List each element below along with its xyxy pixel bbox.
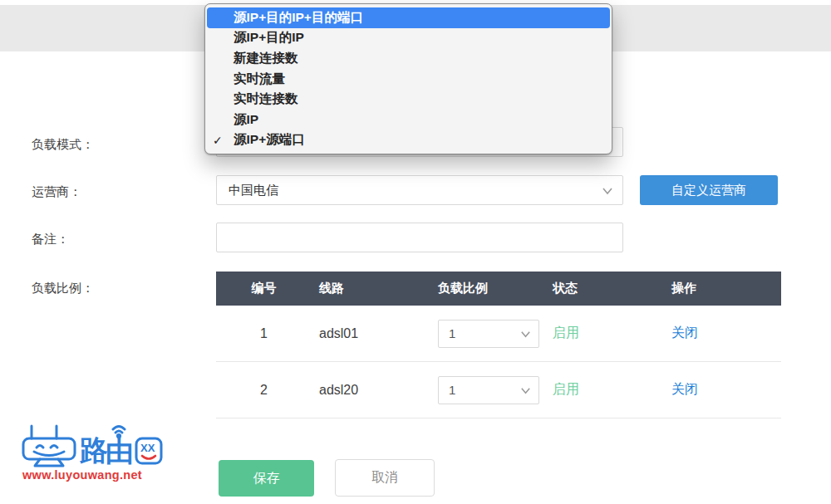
- remark-input[interactable]: [216, 223, 623, 252]
- header-number: 编号: [233, 281, 295, 296]
- menu-item[interactable]: 源IP+目的IP: [207, 28, 610, 49]
- menu-item-label: 源IP+目的IP: [234, 29, 304, 46]
- save-button[interactable]: 保存: [219, 460, 314, 497]
- row-line-name: adsl20: [295, 383, 411, 398]
- chevron-down-icon: [519, 384, 532, 399]
- menu-item[interactable]: ✓ 源IP+源端口: [207, 130, 610, 150]
- header-status: 状态: [553, 281, 669, 296]
- svg-text:由: 由: [106, 435, 134, 467]
- page: 负载模式： 运营商： 中国电信 自定义运营商 备注： 负载比例： 编号 线路 负…: [0, 0, 831, 504]
- menu-item-label: 源IP+目的IP+目的端口: [234, 9, 363, 27]
- menu-item[interactable]: 实时连接数: [207, 89, 610, 110]
- menu-item[interactable]: 新建连接数: [207, 48, 610, 69]
- load-mode-dropdown-menu: 源IP+目的IP+目的端口 源IP+目的IP 新建连接数 实时流量 实时连接数 …: [204, 3, 612, 154]
- header-line: 线路: [295, 281, 411, 296]
- menu-item-label: 源IP+源端口: [234, 131, 305, 149]
- logo-url[interactable]: www.luyouwang.net: [22, 468, 142, 482]
- ratio-select[interactable]: 1: [438, 320, 539, 348]
- carrier-select[interactable]: 中国电信: [216, 175, 623, 205]
- table-header-row: 编号 线路 负载比例 状态 操作: [216, 272, 781, 306]
- router-icon: 路 由 XX: [20, 422, 165, 470]
- header-action: 操作: [669, 281, 781, 296]
- custom-carrier-button[interactable]: 自定义运营商: [640, 175, 778, 205]
- close-line-link[interactable]: 关闭: [669, 382, 698, 396]
- close-line-link[interactable]: 关闭: [669, 325, 698, 340]
- checkmark-icon: ✓: [213, 134, 229, 147]
- table-row: 1 adsl01 1 启用 关闭: [216, 306, 781, 362]
- menu-item-label: 实时流量: [234, 71, 285, 88]
- status-badge: 启用: [553, 381, 669, 399]
- row-number: 2: [233, 383, 295, 398]
- load-mode-label: 负载模式：: [32, 137, 94, 153]
- menu-item-label: 新建连接数: [234, 50, 298, 67]
- chevron-down-icon: [519, 328, 532, 343]
- load-ratio-table: 编号 线路 负载比例 状态 操作 1 adsl01 1 启用 关闭 2 adsl…: [216, 272, 781, 418]
- remark-label: 备注：: [32, 232, 69, 247]
- carrier-label: 运营商：: [32, 184, 81, 200]
- svg-text:路: 路: [79, 434, 108, 466]
- svg-text:XX: XX: [140, 442, 155, 454]
- ratio-select[interactable]: 1: [438, 376, 539, 404]
- cancel-button[interactable]: 取消: [335, 459, 435, 497]
- row-line-name: adsl01: [295, 326, 411, 341]
- menu-item[interactable]: 源IP+目的IP+目的端口: [207, 7, 610, 28]
- chevron-down-icon: [601, 184, 614, 200]
- row-number: 1: [233, 326, 295, 341]
- status-badge: 启用: [553, 325, 669, 342]
- header-ratio: 负载比例: [411, 281, 553, 296]
- menu-item-label: 实时连接数: [234, 91, 298, 108]
- menu-item[interactable]: 实时流量: [207, 69, 610, 90]
- carrier-selected-value: 中国电信: [229, 183, 278, 198]
- ratio-selected-value: 1: [449, 383, 455, 397]
- menu-item[interactable]: 源IP: [207, 110, 610, 130]
- ratio-selected-value: 1: [449, 326, 455, 340]
- menu-item-label: 源IP: [234, 111, 258, 129]
- load-ratio-label: 负载比例：: [32, 281, 94, 296]
- luyouwang-logo: 路 由 XX: [20, 422, 165, 473]
- table-row: 2 adsl20 1 启用 关闭: [216, 362, 781, 418]
